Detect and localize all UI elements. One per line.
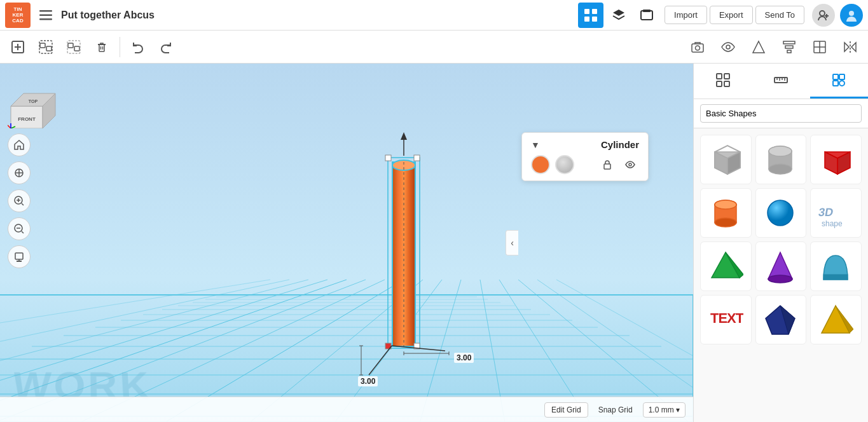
grid-view-button[interactable] bbox=[578, 3, 603, 28]
hamburger-button[interactable] bbox=[36, 5, 56, 25]
svg-rect-4 bbox=[592, 9, 597, 14]
tab-ruler[interactable] bbox=[752, 64, 809, 99]
shape-text3d[interactable]: 3D shape bbox=[810, 188, 862, 238]
export-button[interactable]: Export bbox=[710, 6, 753, 24]
tinkercad-logo[interactable]: TIN KER CAD bbox=[5, 3, 31, 28]
properties-panel: ▼ Cylinder bbox=[521, 132, 649, 181]
svg-text:shape: shape bbox=[822, 219, 843, 228]
header: TIN KER CAD Put together Abcus Import Ex… bbox=[0, 0, 868, 31]
svg-rect-5 bbox=[584, 17, 589, 22]
svg-rect-119 bbox=[839, 74, 844, 79]
svg-text:FRONT: FRONT bbox=[18, 116, 36, 122]
svg-point-135 bbox=[715, 218, 736, 227]
view-controls bbox=[8, 133, 31, 268]
camera-view-button[interactable] bbox=[685, 34, 710, 60]
visibility-button[interactable] bbox=[715, 34, 741, 60]
grid-view-button2[interactable] bbox=[807, 34, 832, 60]
shapes-scroll-area[interactable]: 3D shape bbox=[694, 128, 868, 422]
svg-rect-22 bbox=[99, 44, 104, 51]
svg-rect-0 bbox=[39, 10, 52, 12]
import-button[interactable]: Import bbox=[665, 6, 707, 24]
shape-cylinder-gray[interactable] bbox=[755, 135, 807, 184]
dimension-y-label: 3.00 bbox=[358, 376, 378, 386]
svg-rect-118 bbox=[833, 74, 838, 79]
svg-rect-6 bbox=[592, 17, 597, 22]
toolbar bbox=[0, 31, 868, 64]
lock-button[interactable] bbox=[598, 156, 616, 174]
snap-grid-dropdown[interactable]: 1.0 mm ▾ bbox=[643, 402, 685, 418]
svg-rect-2 bbox=[39, 18, 52, 20]
dimension-x-label: 3.00 bbox=[454, 353, 474, 363]
svg-point-137 bbox=[768, 200, 793, 226]
bottom-bar: Edit Grid Snap Grid 1.0 mm ▾ bbox=[0, 397, 693, 422]
svg-marker-34 bbox=[844, 43, 849, 51]
shape-view-button[interactable] bbox=[746, 34, 771, 60]
mirror-button[interactable] bbox=[837, 34, 863, 60]
shape-box-red[interactable] bbox=[810, 135, 862, 184]
shape-sphere-blue[interactable] bbox=[755, 188, 807, 238]
visibility-toggle[interactable] bbox=[621, 156, 639, 174]
shape-red-text[interactable]: TEXT bbox=[700, 295, 752, 344]
add-user-button[interactable] bbox=[812, 4, 835, 27]
svg-rect-16 bbox=[40, 43, 45, 48]
svg-point-143 bbox=[768, 275, 792, 283]
group-button[interactable] bbox=[33, 34, 59, 60]
view-tools bbox=[685, 34, 863, 60]
nav-cube[interactable]: FRONT TOP bbox=[8, 71, 59, 122]
svg-point-108 bbox=[629, 163, 631, 166]
right-panel-tabs bbox=[694, 64, 868, 99]
zoom-out-button[interactable] bbox=[8, 217, 31, 240]
delete-button[interactable] bbox=[89, 34, 114, 60]
svg-rect-1 bbox=[39, 14, 52, 16]
props-dropdown-arrow[interactable]: ▼ bbox=[531, 140, 540, 150]
svg-rect-144 bbox=[823, 275, 848, 280]
svg-marker-28 bbox=[753, 41, 764, 53]
shape-diamond-blue[interactable] bbox=[755, 295, 807, 344]
undo-button[interactable] bbox=[125, 34, 151, 60]
svg-rect-73 bbox=[414, 155, 420, 161]
shape-pyramid-yellow[interactable] bbox=[810, 295, 862, 344]
props-header: ▼ Cylinder bbox=[531, 139, 639, 150]
props-colors bbox=[531, 155, 574, 174]
toolbar-separator-1 bbox=[120, 37, 120, 57]
edit-grid-button[interactable]: Edit Grid bbox=[544, 402, 588, 418]
fit-view-button[interactable] bbox=[8, 161, 31, 184]
learn-button[interactable] bbox=[606, 3, 631, 28]
hole-color-button[interactable] bbox=[555, 155, 574, 174]
zoom-in-button[interactable] bbox=[8, 189, 31, 212]
projects-button[interactable] bbox=[634, 3, 659, 28]
svg-rect-21 bbox=[67, 41, 80, 53]
shape-cone-purple[interactable] bbox=[755, 242, 807, 291]
new-shape-button[interactable] bbox=[5, 34, 31, 60]
tab-shapes[interactable] bbox=[810, 64, 868, 99]
shapes-category-select[interactable]: Basic Shapes Featured Shapes Shape Gener… bbox=[700, 104, 862, 123]
props-icons bbox=[598, 156, 639, 174]
user-avatar[interactable] bbox=[840, 4, 863, 27]
solid-color-button[interactable] bbox=[531, 155, 550, 174]
home-view-button[interactable] bbox=[8, 133, 31, 156]
tab-grid[interactable] bbox=[694, 64, 752, 99]
svg-rect-31 bbox=[787, 50, 791, 53]
svg-line-103 bbox=[22, 231, 24, 233]
svg-marker-35 bbox=[851, 43, 856, 51]
align-button[interactable] bbox=[776, 34, 802, 60]
drop-to-grid-button[interactable] bbox=[8, 245, 31, 268]
shape-pyramid-green[interactable] bbox=[700, 242, 752, 291]
svg-rect-120 bbox=[833, 81, 838, 86]
svg-point-128 bbox=[769, 164, 792, 174]
shape-cylinder-orange[interactable] bbox=[700, 188, 752, 238]
svg-point-121 bbox=[839, 81, 844, 86]
svg-rect-107 bbox=[604, 164, 610, 169]
svg-rect-19 bbox=[68, 43, 73, 48]
shape-arch-teal[interactable] bbox=[810, 242, 862, 291]
ungroup-button[interactable] bbox=[61, 34, 86, 60]
panel-expand-button[interactable]: ‹ bbox=[506, 230, 518, 255]
right-panel: Basic Shapes Featured Shapes Shape Gener… bbox=[693, 64, 868, 422]
main-area: 3.00 3.00 WORK FRONT TOP bbox=[0, 64, 868, 422]
send-to-button[interactable]: Send To bbox=[755, 6, 804, 24]
svg-rect-25 bbox=[692, 44, 703, 52]
svg-point-9 bbox=[820, 11, 825, 16]
viewport[interactable]: 3.00 3.00 WORK FRONT TOP bbox=[0, 64, 693, 422]
redo-button[interactable] bbox=[153, 34, 179, 60]
shape-box-gray[interactable] bbox=[700, 135, 752, 184]
